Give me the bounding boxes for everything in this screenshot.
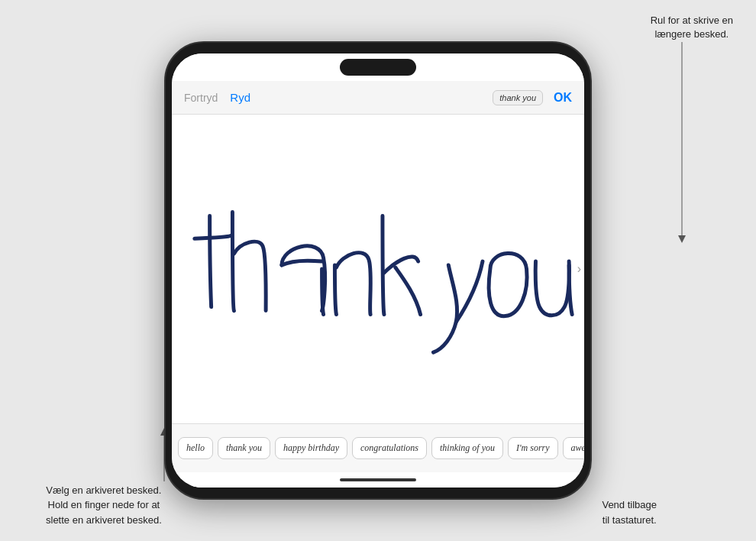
suggestion-congratulations[interactable]: congratulations bbox=[352, 437, 427, 459]
side-button bbox=[590, 196, 592, 234]
phone-screen: Fortryd Ryd thank you OK bbox=[172, 53, 584, 488]
scroll-right-arrow[interactable]: › bbox=[577, 262, 581, 276]
preview-bubble: thank you bbox=[493, 90, 543, 105]
handwriting-display bbox=[172, 115, 584, 423]
svg-marker-1 bbox=[678, 235, 686, 243]
annotation-top-right: Rul for at skrive en længere besked. bbox=[651, 14, 733, 41]
dynamic-island bbox=[340, 59, 416, 76]
suggestion-happy-birthday[interactable]: happy birthday bbox=[275, 437, 347, 459]
suggestions-bar: hello thank you happy birthday congratul… bbox=[172, 423, 584, 472]
suggestion-thank-you[interactable]: thank you bbox=[218, 437, 270, 459]
suggestion-thinking-of-you[interactable]: thinking of you bbox=[431, 437, 503, 459]
suggestion-awe[interactable]: awe bbox=[563, 437, 584, 459]
annotation-bottom-left: Vælg en arkiveret besked. Hold en finger… bbox=[46, 483, 162, 528]
phone-frame: Fortryd Ryd thank you OK bbox=[164, 41, 592, 500]
clear-button[interactable]: Ryd bbox=[230, 91, 250, 104]
undo-button[interactable]: Fortryd bbox=[184, 92, 218, 104]
annotation-bottom-right: Vend tilbage til tastaturet. bbox=[602, 497, 657, 527]
suggestion-hello[interactable]: hello bbox=[178, 437, 213, 459]
home-bar bbox=[340, 478, 416, 481]
suggestion-im-sorry[interactable]: I'm sorry bbox=[508, 437, 558, 459]
top-bar-left: Fortryd Ryd bbox=[184, 91, 250, 104]
home-indicator bbox=[172, 472, 584, 488]
top-bar: Fortryd Ryd thank you OK bbox=[172, 81, 584, 115]
phone-notch bbox=[172, 53, 584, 81]
top-bar-right: thank you OK bbox=[493, 90, 572, 105]
ok-button[interactable]: OK bbox=[554, 91, 572, 105]
writing-area[interactable]: › bbox=[172, 115, 584, 423]
